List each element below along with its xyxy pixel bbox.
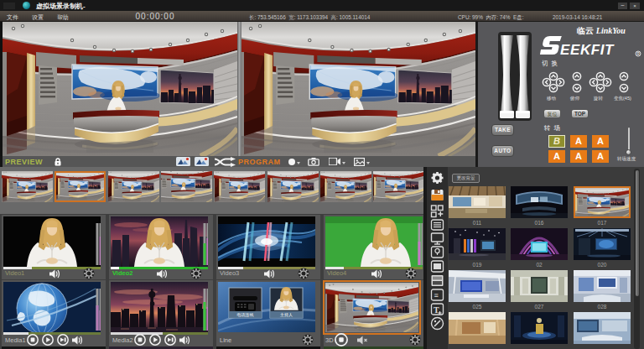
svg-text:EEKFIT: EEKFIT [560, 42, 615, 57]
svg-text:电话连线: 电话连线 [237, 312, 254, 317]
svg-text:≡: ≡ [434, 291, 439, 300]
svg-text:主持人: 主持人 [280, 312, 293, 318]
